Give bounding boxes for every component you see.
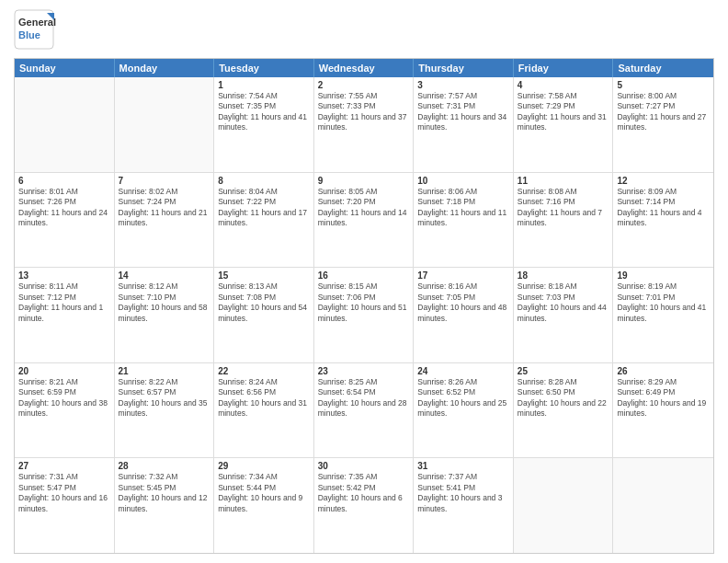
day-cell-31: 31Sunrise: 7:37 AM Sunset: 5:41 PM Dayli… (414, 458, 514, 553)
day-cell-28: 28Sunrise: 7:32 AM Sunset: 5:45 PM Dayli… (115, 458, 215, 553)
day-number: 2 (318, 80, 410, 90)
header-cell-friday: Friday (514, 59, 614, 77)
day-info: Sunrise: 8:24 AM Sunset: 6:56 PM Dayligh… (218, 377, 310, 419)
day-info: Sunrise: 8:09 AM Sunset: 7:14 PM Dayligh… (617, 187, 710, 229)
day-info: Sunrise: 8:25 AM Sunset: 6:54 PM Dayligh… (318, 377, 410, 419)
day-number: 9 (318, 176, 410, 186)
day-info: Sunrise: 7:54 AM Sunset: 7:35 PM Dayligh… (218, 91, 310, 133)
day-cell-14: 14Sunrise: 8:12 AM Sunset: 7:10 PM Dayli… (115, 268, 215, 362)
day-info: Sunrise: 8:00 AM Sunset: 7:27 PM Dayligh… (617, 91, 710, 133)
day-cell-26: 26Sunrise: 8:29 AM Sunset: 6:49 PM Dayli… (613, 363, 713, 458)
day-number: 16 (318, 270, 410, 281)
day-info: Sunrise: 7:34 AM Sunset: 5:44 PM Dayligh… (218, 472, 310, 514)
day-number: 14 (119, 270, 210, 281)
day-cell-23: 23Sunrise: 8:25 AM Sunset: 6:54 PM Dayli… (314, 363, 415, 458)
day-number: 5 (617, 80, 710, 90)
day-info: Sunrise: 8:16 AM Sunset: 7:05 PM Dayligh… (417, 282, 509, 324)
day-cell-13: 13Sunrise: 8:11 AM Sunset: 7:12 PM Dayli… (15, 268, 115, 362)
day-number: 12 (617, 176, 710, 186)
logo: General Blue (14, 9, 87, 51)
empty-cell (115, 77, 215, 172)
calendar-row-4: 20Sunrise: 8:21 AM Sunset: 6:59 PM Dayli… (15, 363, 713, 459)
day-info: Sunrise: 8:21 AM Sunset: 6:59 PM Dayligh… (18, 377, 110, 419)
header-cell-monday: Monday (115, 59, 215, 77)
day-number: 13 (18, 270, 110, 281)
day-number: 22 (218, 366, 310, 376)
empty-cell (15, 77, 115, 172)
day-number: 19 (617, 270, 710, 281)
day-cell-19: 19Sunrise: 8:19 AM Sunset: 7:01 PM Dayli… (613, 268, 713, 362)
day-cell-9: 9Sunrise: 8:05 AM Sunset: 7:20 PM Daylig… (314, 173, 415, 268)
day-info: Sunrise: 7:37 AM Sunset: 5:41 PM Dayligh… (417, 472, 509, 514)
day-info: Sunrise: 8:11 AM Sunset: 7:12 PM Dayligh… (18, 282, 110, 324)
calendar: SundayMondayTuesdayWednesdayThursdayFrid… (14, 58, 714, 554)
day-info: Sunrise: 8:28 AM Sunset: 6:50 PM Dayligh… (518, 377, 609, 419)
day-number: 27 (18, 461, 110, 471)
day-cell-29: 29Sunrise: 7:34 AM Sunset: 5:44 PM Dayli… (214, 458, 314, 553)
calendar-row-3: 13Sunrise: 8:11 AM Sunset: 7:12 PM Dayli… (15, 268, 713, 363)
day-info: Sunrise: 8:26 AM Sunset: 6:52 PM Dayligh… (417, 377, 509, 419)
day-number: 1 (218, 80, 310, 90)
calendar-row-5: 27Sunrise: 7:31 AM Sunset: 5:47 PM Dayli… (15, 458, 713, 553)
day-info: Sunrise: 8:15 AM Sunset: 7:06 PM Dayligh… (318, 282, 410, 324)
day-cell-25: 25Sunrise: 8:28 AM Sunset: 6:50 PM Dayli… (514, 363, 614, 458)
svg-text:General: General (18, 17, 56, 28)
day-info: Sunrise: 7:32 AM Sunset: 5:45 PM Dayligh… (119, 472, 210, 514)
day-info: Sunrise: 8:13 AM Sunset: 7:08 PM Dayligh… (218, 282, 310, 324)
day-number: 24 (417, 366, 509, 376)
day-cell-18: 18Sunrise: 8:18 AM Sunset: 7:03 PM Dayli… (514, 268, 614, 362)
calendar-header: SundayMondayTuesdayWednesdayThursdayFrid… (15, 59, 713, 77)
calendar-body: 1Sunrise: 7:54 AM Sunset: 7:35 PM Daylig… (15, 77, 713, 553)
day-cell-11: 11Sunrise: 8:08 AM Sunset: 7:16 PM Dayli… (514, 173, 614, 268)
day-cell-15: 15Sunrise: 8:13 AM Sunset: 7:08 PM Dayli… (214, 268, 314, 362)
day-number: 15 (218, 270, 310, 281)
day-cell-21: 21Sunrise: 8:22 AM Sunset: 6:57 PM Dayli… (115, 363, 215, 458)
header: General Blue (14, 9, 714, 51)
header-cell-thursday: Thursday (414, 59, 514, 77)
day-cell-2: 2Sunrise: 7:55 AM Sunset: 7:33 PM Daylig… (314, 77, 415, 172)
svg-text:Blue: Blue (18, 29, 40, 40)
day-cell-24: 24Sunrise: 8:26 AM Sunset: 6:52 PM Dayli… (414, 363, 514, 458)
day-cell-30: 30Sunrise: 7:35 AM Sunset: 5:42 PM Dayli… (314, 458, 415, 553)
day-info: Sunrise: 7:57 AM Sunset: 7:31 PM Dayligh… (417, 91, 509, 133)
empty-cell (514, 458, 614, 553)
day-number: 26 (617, 366, 710, 376)
day-number: 17 (417, 270, 509, 281)
day-number: 8 (218, 176, 310, 186)
day-cell-7: 7Sunrise: 8:02 AM Sunset: 7:24 PM Daylig… (115, 173, 215, 268)
day-number: 6 (18, 176, 110, 186)
day-info: Sunrise: 7:58 AM Sunset: 7:29 PM Dayligh… (518, 91, 609, 133)
empty-cell (613, 458, 713, 553)
day-cell-1: 1Sunrise: 7:54 AM Sunset: 7:35 PM Daylig… (214, 77, 314, 172)
day-number: 18 (518, 270, 609, 281)
day-cell-8: 8Sunrise: 8:04 AM Sunset: 7:22 PM Daylig… (214, 173, 314, 268)
header-cell-sunday: Sunday (15, 59, 115, 77)
day-info: Sunrise: 8:12 AM Sunset: 7:10 PM Dayligh… (119, 282, 210, 324)
day-number: 29 (218, 461, 310, 471)
day-info: Sunrise: 8:01 AM Sunset: 7:26 PM Dayligh… (18, 187, 110, 229)
day-info: Sunrise: 7:31 AM Sunset: 5:47 PM Dayligh… (18, 472, 110, 514)
day-cell-17: 17Sunrise: 8:16 AM Sunset: 7:05 PM Dayli… (414, 268, 514, 362)
header-cell-wednesday: Wednesday (314, 59, 415, 77)
page: General Blue SundayMondayTuesdayWednesda… (0, 0, 728, 563)
day-cell-3: 3Sunrise: 7:57 AM Sunset: 7:31 PM Daylig… (414, 77, 514, 172)
day-number: 11 (518, 176, 609, 186)
day-info: Sunrise: 8:18 AM Sunset: 7:03 PM Dayligh… (518, 282, 609, 324)
day-info: Sunrise: 8:02 AM Sunset: 7:24 PM Dayligh… (119, 187, 210, 229)
day-info: Sunrise: 8:22 AM Sunset: 6:57 PM Dayligh… (119, 377, 210, 419)
day-number: 23 (318, 366, 410, 376)
day-cell-20: 20Sunrise: 8:21 AM Sunset: 6:59 PM Dayli… (15, 363, 115, 458)
day-cell-12: 12Sunrise: 8:09 AM Sunset: 7:14 PM Dayli… (613, 173, 713, 268)
day-number: 10 (417, 176, 509, 186)
calendar-row-1: 1Sunrise: 7:54 AM Sunset: 7:35 PM Daylig… (15, 77, 713, 173)
logo-svg: General Blue (14, 9, 87, 51)
day-info: Sunrise: 8:08 AM Sunset: 7:16 PM Dayligh… (518, 187, 609, 229)
day-info: Sunrise: 8:04 AM Sunset: 7:22 PM Dayligh… (218, 187, 310, 229)
day-info: Sunrise: 7:35 AM Sunset: 5:42 PM Dayligh… (318, 472, 410, 514)
day-info: Sunrise: 8:06 AM Sunset: 7:18 PM Dayligh… (417, 187, 509, 229)
day-number: 31 (417, 461, 509, 471)
day-cell-6: 6Sunrise: 8:01 AM Sunset: 7:26 PM Daylig… (15, 173, 115, 268)
day-number: 28 (119, 461, 210, 471)
calendar-row-2: 6Sunrise: 8:01 AM Sunset: 7:26 PM Daylig… (15, 173, 713, 269)
day-cell-5: 5Sunrise: 8:00 AM Sunset: 7:27 PM Daylig… (613, 77, 713, 172)
